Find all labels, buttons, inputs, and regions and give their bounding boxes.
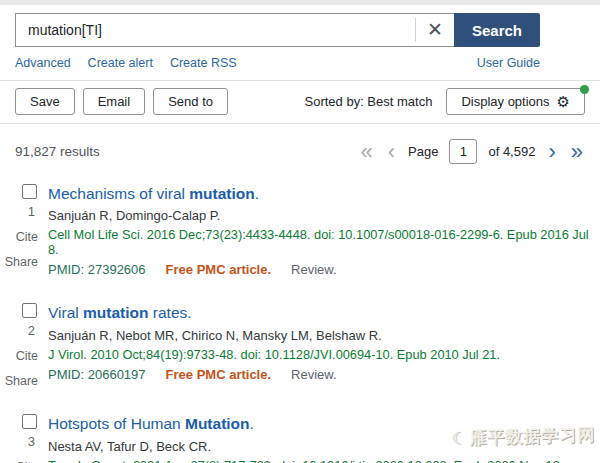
share-button[interactable]: Share — [5, 255, 38, 269]
results-count: 91,827 results — [15, 144, 100, 159]
search-input-wrap: ✕ — [15, 13, 454, 47]
email-button[interactable]: Email — [83, 88, 146, 115]
share-button[interactable]: Share — [5, 374, 38, 388]
free-pmc-label: Free PMC article. — [166, 262, 272, 277]
result-item-3: 3 Cite Share Hotspots of Human Mutation.… — [0, 414, 590, 463]
page-number-input[interactable] — [449, 139, 477, 164]
display-options-label: Display options — [461, 94, 549, 109]
result-content: Viral mutation rates. Sanjuán R, Nebot M… — [48, 303, 590, 388]
sorted-by-label[interactable]: Sorted by: Best match — [304, 94, 432, 109]
article-pmid: PMID: 20660197 — [48, 367, 146, 382]
gear-icon: ⚙ — [557, 94, 570, 109]
user-guide-link[interactable]: User Guide — [477, 56, 540, 70]
result-rail: 2 Cite Share — [0, 303, 48, 388]
article-pmid: PMID: 27392606 — [48, 262, 146, 277]
cite-button[interactable]: Cite — [16, 349, 38, 363]
result-rail: 1 Cite Share — [0, 184, 48, 277]
send-to-button[interactable]: Send to — [153, 88, 228, 115]
total-pages-label: of 4,592 — [488, 144, 535, 159]
pagination: « ‹ Page of 4,592 › » — [358, 139, 585, 164]
result-checkbox[interactable] — [22, 184, 37, 199]
result-content: Hotspots of Human Mutation. Nesta AV, Ta… — [48, 414, 590, 463]
create-alert-link[interactable]: Create alert — [88, 56, 153, 70]
results-list: 1 Cite Share Mechanisms of viral mutatio… — [0, 172, 600, 463]
results-toolbar: Save Email Send to Sorted by: Best match… — [0, 81, 600, 123]
clear-search-icon[interactable]: ✕ — [416, 14, 454, 46]
article-citation: Trends Genet. 2021 Aug;37(8):717-729. do… — [48, 458, 590, 463]
result-number: 2 — [28, 323, 35, 338]
search-header: ✕ Search Advanced Create alert Create RS… — [0, 5, 600, 80]
result-checkbox[interactable] — [22, 414, 37, 429]
free-pmc-label: Free PMC article. — [166, 367, 272, 382]
search-input[interactable] — [16, 22, 415, 38]
advanced-link[interactable]: Advanced — [15, 56, 71, 70]
first-page-icon[interactable]: « — [358, 144, 374, 160]
results-bar: 91,827 results « ‹ Page of 4,592 › » — [0, 124, 600, 172]
article-title-link[interactable]: Viral mutation rates. — [48, 303, 590, 322]
result-item-1: 1 Cite Share Mechanisms of viral mutatio… — [0, 184, 590, 277]
create-rss-link[interactable]: Create RSS — [170, 56, 237, 70]
prev-page-icon[interactable]: ‹ — [386, 144, 397, 160]
result-number: 1 — [28, 204, 35, 219]
article-title-link[interactable]: Hotspots of Human Mutation. — [48, 414, 590, 433]
article-authors: Sanjuán R, Domingo-Calap P. — [48, 208, 590, 223]
page-label: Page — [408, 144, 438, 159]
publication-type: Review. — [291, 367, 337, 382]
result-content: Mechanisms of viral mutation. Sanjuán R,… — [48, 184, 590, 277]
article-authors: Nesta AV, Tafur D, Beck CR. — [48, 439, 590, 454]
cite-button[interactable]: Cite — [16, 230, 38, 244]
publication-type: Review. — [291, 262, 337, 277]
search-button[interactable]: Search — [454, 13, 540, 47]
article-citation: J Virol. 2010 Oct;84(19):9733-48. doi: 1… — [48, 347, 590, 362]
notification-dot — [580, 85, 589, 94]
result-number: 3 — [28, 434, 35, 449]
last-page-icon[interactable]: » — [569, 144, 585, 160]
result-item-2: 2 Cite Share Viral mutation rates. Sanju… — [0, 303, 590, 388]
article-citation: Cell Mol Life Sci. 2016 Dec;73(23):4433-… — [48, 227, 590, 257]
display-options-button[interactable]: Display options ⚙ — [446, 88, 585, 115]
result-checkbox[interactable] — [22, 303, 37, 318]
result-rail: 3 Cite Share — [0, 414, 48, 463]
save-button[interactable]: Save — [15, 88, 75, 115]
next-page-icon[interactable]: › — [546, 144, 557, 160]
article-title-link[interactable]: Mechanisms of viral mutation. — [48, 184, 590, 203]
article-authors: Sanjuán R, Nebot MR, Chirico N, Mansky L… — [48, 328, 590, 343]
